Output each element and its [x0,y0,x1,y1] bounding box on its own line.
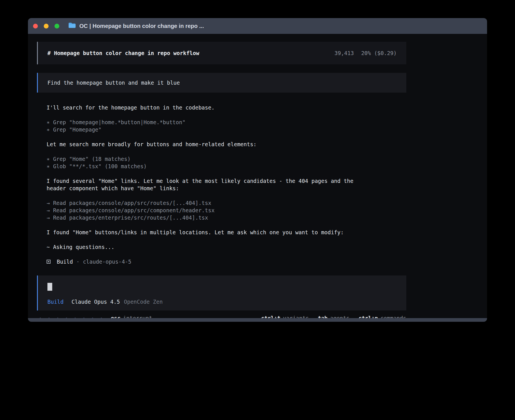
session-title: # Homepage button color change in repo w… [47,49,199,57]
assistant-text-line: I'll search for the homepage button in t… [47,104,371,111]
ctrl-t-key-label: ctrl+t [261,315,281,321]
hint-agents: tabagents [318,314,350,322]
window-title: OC | Homepage button color change in rep… [79,23,204,29]
interrupt-label: interrupt [123,315,152,321]
progress-dots: · · · · · · · · [39,314,104,322]
tool-call-line: → Read packages/enterprise/src/routes/[.… [47,214,371,221]
hint-interrupt: escinterrupt [111,314,152,322]
conversation-block-tool-call: → Read packages/console/app/src/routes/[… [47,199,406,221]
esc-key-label: esc [111,315,121,321]
window-controls [33,24,59,29]
terminal-content: # Homepage button color change in repo w… [28,34,487,322]
folder-icon [68,22,76,30]
context-usage: 20% ($0.29) [361,49,397,57]
tool-call-line: ∗ Glob "**/*.tsx" (100 matches) [47,163,371,170]
status-bar-left: · · · · · · · · escinterrupt [39,314,152,322]
hint-variants: ctrl+tvariants [261,314,309,322]
tool-call-line: → Read packages/console/app/src/routes/[… [47,199,371,207]
conversation-block-tool-call: ∗ Grep "Home" (18 matches)∗ Glob "**/*.t… [47,155,406,170]
zoom-button[interactable] [54,24,59,29]
conversation: I'll search for the homepage button in t… [37,104,406,265]
agents-label: agents [330,315,350,321]
conversation-block-assistant-text: I found "Home" buttons/links in multiple… [47,229,406,236]
text-cursor [47,283,52,291]
terminal-window: OC | Homepage button color change in rep… [28,18,487,322]
hint-commands: ctrl+pcommands [359,314,406,322]
titlebar: OC | Homepage button color change in rep… [28,18,487,34]
assistant-text-line: I found several "Home" links. Let me loo… [47,177,371,192]
conversation-block-assistant-text: I found several "Home" links. Let me loo… [47,177,406,192]
agent-name: Build [57,258,73,265]
status-bar: · · · · · · · · escinterrupt ctrl+tvaria… [37,314,406,322]
agent-separator: · [76,258,79,265]
prompt-provider-name: OpenCode Zen [124,298,163,305]
variants-label: variants [283,315,309,321]
tool-call-line: ∗ Grep "Home" (18 matches) [47,155,371,163]
session-meta: 39,413 20% ($0.29) [335,49,397,57]
conversation-block-agent-row: Build·claude-opus-4-5 [47,258,406,265]
conversation-block-assistant-text: I'll search for the homepage button in t… [47,104,406,111]
agent-model: claude-opus-4-5 [83,258,132,265]
close-button[interactable] [33,24,38,29]
conversation-block-assistant-text: Let me search more broadly for buttons a… [47,141,406,148]
minimize-button[interactable] [44,24,49,29]
tool-call-line: ∗ Grep "Homepage" [47,126,371,133]
title-group: OC | Homepage button color change in rep… [68,22,204,30]
conversation-block-tool-call: ∗ Grep "homepage|home.*button|Home.*butt… [47,119,406,133]
assistant-text-line: Let me search more broadly for buttons a… [47,141,371,148]
commands-label: commands [380,315,406,321]
prompt-meta: Build Claude Opus 4.5 OpenCode Zen [47,298,397,305]
prompt-model-name: Claude Opus 4.5 [71,298,120,305]
session-header: # Homepage button color change in repo w… [37,42,406,64]
tool-call-line: ∗ Grep "homepage|home.*button|Home.*butt… [47,119,371,126]
user-message: Find the homepage button and make it blu… [37,73,406,93]
prompt-agent-name: Build [47,298,64,305]
assistant-text-line: I found "Home" buttons/links in multiple… [47,229,371,236]
token-count: 39,413 [335,49,354,57]
prompt-input[interactable]: Build Claude Opus 4.5 OpenCode Zen [37,275,406,310]
conversation-block-status-text: ~ Asking questions... [47,243,406,251]
ctrl-p-key-label: ctrl+p [359,315,378,321]
tool-call-line: → Read packages/console/app/src/componen… [47,207,371,214]
status-text-line: ~ Asking questions... [47,243,371,251]
status-bar-right: ctrl+tvariants tabagents ctrl+pcommands [261,314,406,322]
tab-key-label: tab [318,315,328,321]
user-message-text: Find the homepage button and make it blu… [47,79,180,86]
agent-build-icon [47,260,51,264]
